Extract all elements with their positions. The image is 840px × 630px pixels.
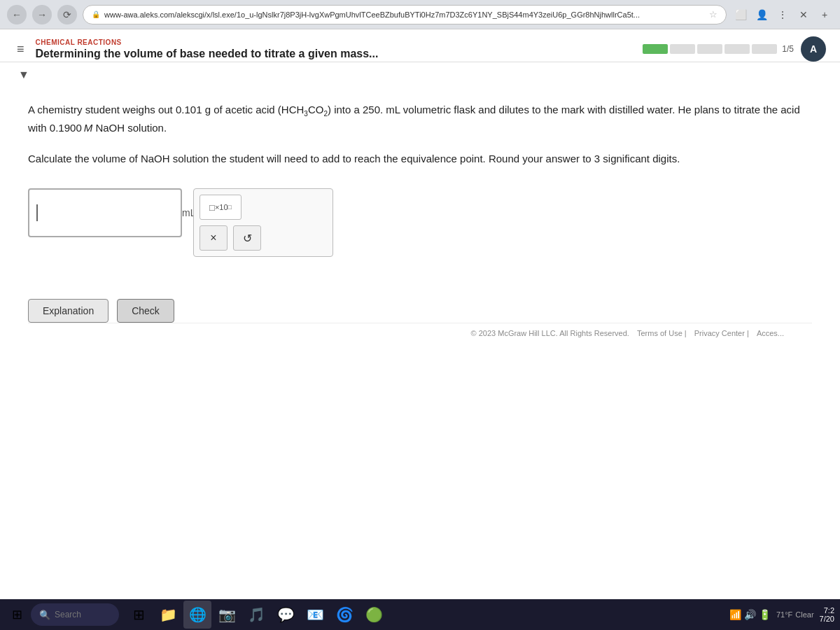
answer-input[interactable] [43,207,176,219]
keypad-undo-button[interactable]: ↺ [233,225,261,251]
taskbar-grid-button[interactable]: ⊞ [125,601,153,629]
browser-right-icons: ⬜ 👤 ⋮ ✕ + [732,6,833,23]
lock-icon: 🔒 [92,10,100,18]
footer-separator-2: | [747,329,751,337]
taskbar-app3[interactable]: 📷 [213,601,241,629]
check-button[interactable]: Check [117,299,174,323]
answer-box-cursor [36,204,38,221]
page-title: Determining the volume of base needed to… [36,48,635,60]
content-area: A chemistry student weighs out 0.101 g o… [0,88,840,630]
header-right: 1/5 A [643,36,826,62]
taskbar-app4[interactable]: 🎵 [242,601,270,629]
profile-button[interactable]: 👤 [753,6,770,23]
taskbar: ⊞ 🔍 ⊞ 📁 🌐 📷 🎵 💬 📧 🌀 🟢 📶 🔊 🔋 71°F Clear 7… [0,599,840,630]
keypad-top: □ ×10 □ [200,195,327,220]
terms-link[interactable]: Terms of Use [637,329,682,337]
start-button[interactable]: ⊞ [6,603,28,626]
answer-input-box[interactable]: mL [28,188,182,237]
taskbar-file-button[interactable]: 📁 [154,601,182,629]
keypad-x-button[interactable]: × [200,225,227,251]
more-button[interactable]: ⋮ [774,6,791,23]
app-container: ≡ CHEMICAL REACTIONS Determining the vol… [0,29,840,630]
progress-seg-3 [697,44,722,54]
taskbar-search[interactable]: 🔍 [31,603,119,626]
chevron-row: ▼ [0,62,840,88]
chevron-down-button[interactable]: ▼ [14,65,34,85]
progress-seg-4 [724,44,750,54]
keypad-area: □ ×10 □ × ↺ [193,188,333,257]
progress-label: 1/5 [782,44,794,54]
access-link[interactable]: Acces... [757,329,784,337]
keypad-bottom: × ↺ [200,225,327,251]
progress-bar: 1/5 [643,44,794,54]
forward-button[interactable]: → [32,5,52,24]
volume-icon[interactable]: 🔊 [744,609,756,620]
taskbar-browser-button[interactable]: 🌐 [183,601,211,629]
bottom-buttons: Explanation Check [28,299,812,323]
keypad-exponent-box[interactable]: □ ×10 □ [200,195,241,220]
progress-seg-5 [752,44,777,54]
copyright-text: © 2023 McGraw Hill LLC. All Rights Reser… [471,329,629,337]
keypad-exp-times: ×10 [215,203,228,211]
chevron-down-icon: ▼ [18,69,29,81]
search-input[interactable] [55,610,111,620]
problem-question: Calculate the volume of NaOH solution th… [28,150,812,167]
avatar[interactable]: A [801,36,826,62]
header-content: CHEMICAL REACTIONS Determining the volum… [36,38,635,60]
taskbar-app5[interactable]: 💬 [272,601,300,629]
back-button[interactable]: ← [7,5,27,24]
app-header: ≡ CHEMICAL REACTIONS Determining the vol… [0,29,840,62]
weather-label: Clear [795,610,813,619]
extensions-button[interactable]: ⬜ [732,6,749,23]
answer-area: mL □ ×10 □ × ↺ [28,188,812,257]
taskbar-date-line2: 7/20 [820,615,834,623]
progress-seg-1 [643,44,668,54]
close-tab-button[interactable]: ✕ [795,6,812,23]
taskbar-edge-button[interactable]: 🌀 [330,601,358,629]
url-text: www-awa.aleks.com/alekscgi/x/lsl.exe/1o_… [104,10,705,19]
wifi-icon[interactable]: 📶 [729,609,741,620]
hamburger-button[interactable]: ≡ [14,39,27,59]
battery-icon[interactable]: 🔋 [759,609,771,620]
taskbar-app6[interactable]: 📧 [301,601,329,629]
taskbar-time-line1: 7:2 [820,606,834,615]
taskbar-right: 📶 🔊 🔋 71°F Clear 7:2 7/20 [729,606,834,623]
taskbar-sys-icons: 📶 🔊 🔋 [729,609,771,620]
explanation-button[interactable]: Explanation [28,299,108,323]
footer-separator-1: | [685,329,689,337]
keypad-exp-base: □ [209,202,215,213]
new-tab-button[interactable]: + [816,6,833,23]
url-bar[interactable]: 🔒 www-awa.aleks.com/alekscgi/x/lsl.exe/1… [83,5,727,24]
section-label: CHEMICAL REACTIONS [36,38,635,46]
problem-text-1: A chemistry student weighs out 0.101 g o… [28,102,812,136]
bookmark-icon[interactable]: ☆ [709,9,718,20]
taskbar-apps: ⊞ 📁 🌐 📷 🎵 💬 📧 🌀 🟢 [125,601,388,629]
search-icon: 🔍 [39,610,50,620]
taskbar-weather: 71°F Clear [776,610,814,619]
privacy-link[interactable]: Privacy Center [694,329,745,337]
taskbar-app7[interactable]: 🟢 [360,601,388,629]
weather-temp: 71°F [776,610,792,619]
footer: © 2023 McGraw Hill LLC. All Rights Reser… [28,323,812,343]
browser-chrome: ← → ⟳ 🔒 www-awa.aleks.com/alekscgi/x/lsl… [0,0,840,29]
progress-seg-2 [670,44,695,54]
keypad-exp-super: □ [228,204,232,211]
reload-button[interactable]: ⟳ [57,5,77,24]
windows-icon: ⊞ [12,607,22,622]
taskbar-time: 7:2 7/20 [820,606,834,623]
